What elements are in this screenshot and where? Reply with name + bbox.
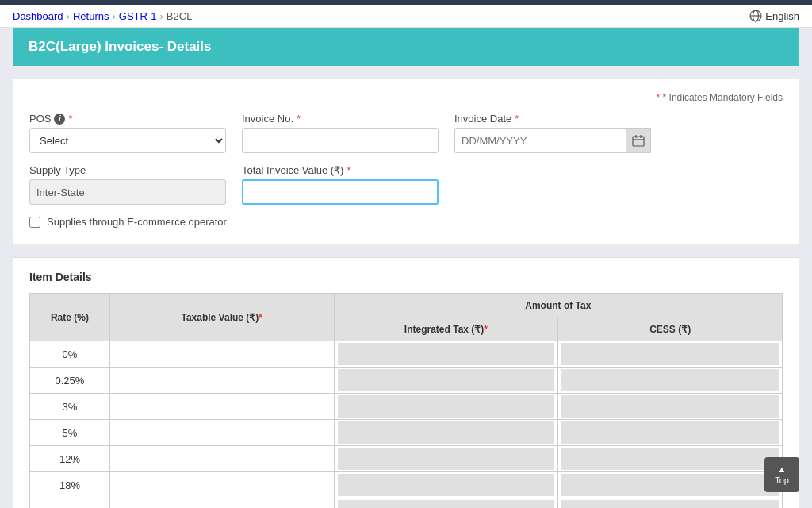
invoice-date-wrapper [454,128,651,153]
cess-cell-5 [558,472,783,498]
breadcrumb-gstr1[interactable]: GSTR-1 [119,10,157,22]
col-amount-tax-header: Amount of Tax [334,294,782,318]
invoice-no-group: Invoice No. * [242,113,439,153]
taxable-cell-1[interactable] [109,368,334,394]
cess-cell-1 [558,368,783,394]
cess-input-1 [561,369,779,391]
cess-input-4 [561,448,779,470]
scroll-to-top[interactable]: ▲ Top [764,457,799,492]
taxable-cell-5[interactable] [109,472,334,498]
mandatory-note: * * Indicates Mandatory Fields [29,92,783,103]
calendar-button[interactable] [626,128,651,153]
cess-cell-0 [558,341,783,368]
integrated-tax-input-5 [338,474,555,496]
breadcrumb-dashboard[interactable]: Dashboard [13,10,63,22]
total-invoice-required: * [347,164,350,176]
page-header: B2C(Large) Invoices- Details [13,28,799,66]
cess-cell-2 [558,394,783,420]
taxable-cell-2[interactable] [109,394,334,420]
scroll-top-arrow: ▲ [778,464,787,474]
integrated-tax-input-4 [338,448,555,470]
col-rate-header: Rate (%) [30,294,110,341]
taxable-input-0[interactable] [113,343,331,365]
total-invoice-input[interactable] [242,179,439,205]
taxable-cell-3[interactable] [109,420,334,446]
total-invoice-label: Total Invoice Value (₹) * [242,164,439,176]
scroll-top-label: Top [775,475,789,485]
taxable-cell-4[interactable] [109,446,334,472]
taxable-input-3[interactable] [113,421,331,444]
form-row-2: Supply Type Total Invoice Value (₹) * [29,164,783,205]
cess-cell-3 [558,420,783,446]
table-row: 12% [30,446,783,472]
cess-input-3 [561,421,779,444]
taxable-input-1[interactable] [113,369,331,391]
main-content: B2C(Large) Invoices- Details * * Indicat… [0,28,812,508]
cess-cell-6 [558,498,783,509]
svg-rect-3 [633,137,644,146]
integrated-tax-input-6 [338,500,555,508]
table-row: 18% [30,472,783,498]
taxable-input-6[interactable] [113,500,331,508]
asterisk: * [657,92,661,103]
calendar-icon [632,134,645,147]
rate-cell-0: 0% [30,341,110,368]
col-integrated-tax-header: Integrated Tax (₹)* [334,318,558,341]
pos-label: POS i * [29,113,226,125]
taxable-cell-6[interactable] [109,498,334,509]
invoice-date-input[interactable] [454,128,651,153]
table-row: 5% [30,420,783,446]
integrated-tax-cell-2 [334,394,558,420]
rate-cell-3: 5% [30,420,110,446]
ecommerce-label: Supplies through E-commerce operator [47,216,227,228]
taxable-input-5[interactable] [113,474,331,496]
col-taxable-header: Taxable Value (₹)* [109,294,334,341]
pos-info-icon[interactable]: i [54,114,65,125]
breadcrumb: Dashboard › Returns › GSTR-1 › B2CL [13,10,192,22]
item-details-section: Item Details Rate (%) Taxable Value (₹)*… [13,257,799,508]
integrated-tax-cell-0 [334,341,558,368]
invoice-no-input[interactable] [242,128,439,153]
rate-cell-2: 3% [30,394,110,420]
invoice-date-label: Invoice Date * [454,113,651,125]
integrated-tax-cell-3 [334,420,558,446]
total-invoice-group: Total Invoice Value (₹) * [242,164,439,205]
rate-cell-4: 12% [30,446,110,472]
language-label: English [765,10,799,22]
taxable-cell-0[interactable] [109,341,334,368]
integrated-tax-cell-1 [334,368,558,394]
invoice-no-label: Invoice No. * [242,113,439,125]
rate-cell-1: 0.25% [30,368,110,394]
taxable-input-2[interactable] [113,395,331,418]
ecommerce-row: Supplies through E-commerce operator [29,216,783,228]
breadcrumb-returns[interactable]: Returns [73,10,109,22]
rate-cell-5: 18% [30,472,110,498]
pos-group: POS i * Select [29,113,226,153]
cess-cell-4 [558,446,783,472]
cess-input-6 [561,500,779,508]
mandatory-note-text: * Indicates Mandatory Fields [663,92,783,103]
integrated-tax-cell-5 [334,472,558,498]
pos-select[interactable]: Select [29,128,226,153]
invoice-no-required: * [297,113,301,125]
rate-cell-6: 28% [30,498,110,509]
separator-3: › [160,10,163,22]
page-title: B2C(Large) Invoices- Details [29,39,783,55]
globe-icon [749,10,762,22]
integrated-tax-input-3 [338,421,555,444]
invoice-date-required: * [515,113,519,125]
item-details-title: Item Details [29,271,783,283]
table-row: 0% [30,341,783,368]
supply-type-input [29,179,226,205]
table-row: 3% [30,394,783,420]
taxable-input-4[interactable] [113,448,331,470]
ecommerce-checkbox[interactable] [29,217,40,228]
col-cess-header: CESS (₹) [558,318,783,341]
form-row-1: POS i * Select Invoice No. * Inv [29,113,783,153]
supply-type-label: Supply Type [29,164,226,176]
integrated-tax-cell-6 [334,498,558,509]
language-selector[interactable]: English [749,10,799,22]
cess-input-5 [561,474,779,496]
integrated-tax-input-1 [338,369,555,391]
separator-1: › [67,10,70,22]
